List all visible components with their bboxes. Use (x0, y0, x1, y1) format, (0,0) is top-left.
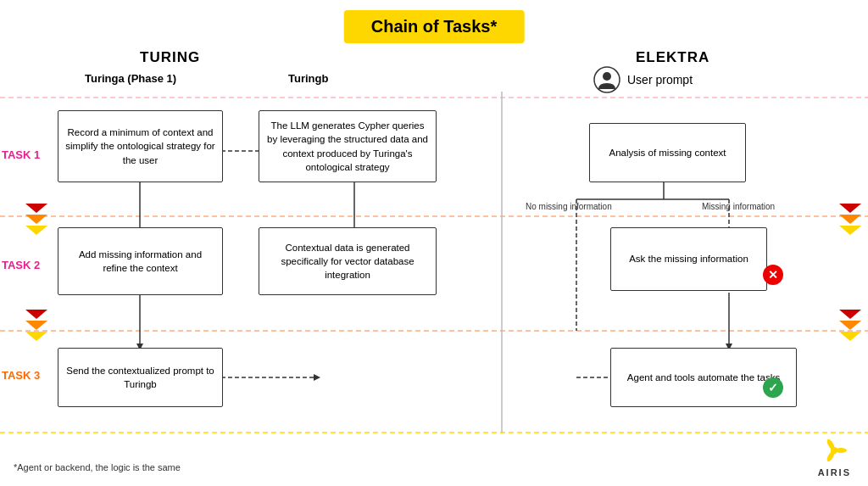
turinga-box-1: Record a minimum of context and simplify… (58, 110, 223, 182)
footer-note: *Agent or backend, the logic is the same (14, 462, 181, 472)
turingb-label: Turingb (288, 72, 328, 85)
task2-label: TASK 2 (2, 259, 40, 271)
chevron-group-right-task2 (839, 310, 861, 341)
elektra-box-2: Ask the missing information (610, 227, 767, 291)
main-container: Chain of Tasks* TURING ELEKTRA Turinga (… (0, 0, 868, 486)
missing-label: Missing information (702, 202, 775, 211)
airis-text: AIRIS (818, 467, 851, 478)
svg-marker-16 (314, 374, 320, 381)
user-prompt-area: User prompt (593, 66, 693, 93)
turinga-box-3: Send the contextualized prompt to Turing… (58, 348, 223, 407)
elektra-header: ELEKTRA (636, 49, 709, 66)
turingb-box-2: Contextual data is generated specificall… (259, 227, 437, 295)
no-missing-label: No missing information (526, 202, 612, 211)
svg-point-28 (603, 72, 611, 81)
svg-point-31 (835, 448, 847, 453)
missing-x-icon: ✕ (763, 265, 783, 285)
airis-icon (819, 435, 849, 466)
turinga-label: Turinga (Phase 1) (85, 72, 176, 85)
task3-label: TASK 3 (2, 369, 40, 382)
turingb-box-1: The LLM generates Cypher queries by leve… (259, 110, 437, 182)
chevron-group-task2 (25, 310, 47, 341)
task1-label: TASK 1 (2, 148, 40, 161)
elektra-box-1: Analysis of missing context (589, 123, 746, 182)
turing-header: TURING (140, 49, 200, 66)
airis-logo: AIRIS (818, 435, 851, 478)
user-prompt-label: User prompt (627, 73, 693, 87)
page-title: Chain of Tasks* (344, 10, 525, 43)
turinga-box-2: Add missing information and refine the c… (58, 227, 223, 295)
chevron-group-right-task1 (839, 204, 861, 235)
user-icon (593, 66, 620, 93)
check-icon: ✓ (763, 377, 783, 398)
chevron-group-task1 (25, 204, 47, 235)
